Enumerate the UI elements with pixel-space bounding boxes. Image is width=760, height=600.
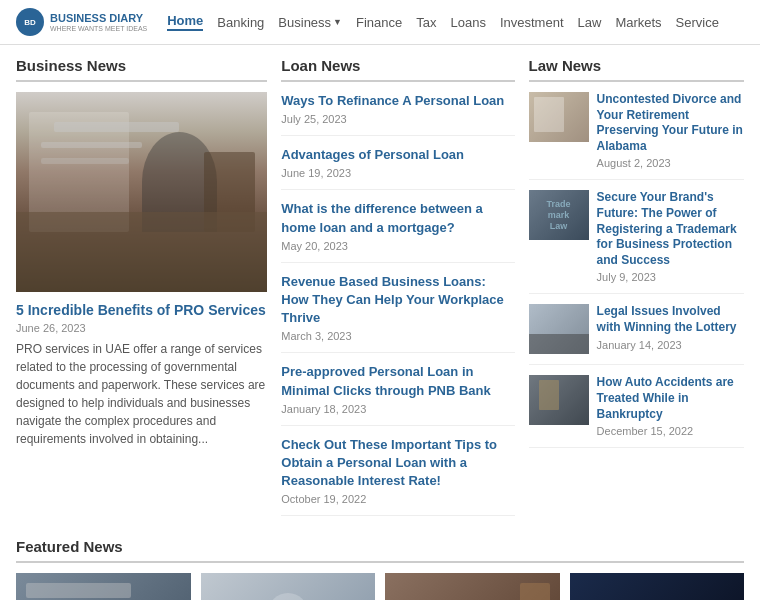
law-item-title-0[interactable]: Uncontested Divorce and Your Retirement … (597, 92, 744, 154)
logo-icon: BD (16, 8, 44, 36)
loan-item-4: Pre-approved Personal Loan in Minimal Cl… (281, 363, 514, 425)
featured-news-section: Featured News (0, 538, 760, 600)
loan-item-date: January 18, 2023 (281, 403, 514, 415)
law-item-2: Legal Issues Involved with Winning the L… (529, 304, 744, 365)
law-item-date-1: July 9, 2023 (597, 271, 744, 283)
law-item-date-0: August 2, 2023 (597, 157, 744, 169)
law-item-title-3[interactable]: How Auto Accidents are Treated While in … (597, 375, 744, 422)
main-content: Business News 5 Incredible Benefits of P… (0, 45, 760, 538)
nav-investment[interactable]: Investment (500, 15, 564, 30)
business-article-excerpt: PRO services in UAE offer a range of ser… (16, 340, 267, 448)
law-item-text-2: Legal Issues Involved with Winning the L… (597, 304, 744, 354)
law-news-title: Law News (529, 57, 744, 82)
loan-item-title[interactable]: What is the difference between a home lo… (281, 200, 514, 236)
law-item-0: Uncontested Divorce and Your Retirement … (529, 92, 744, 180)
business-article-title[interactable]: 5 Incredible Benefits of PRO Services (16, 302, 267, 318)
law-item-title-2[interactable]: Legal Issues Involved with Winning the L… (597, 304, 744, 335)
featured-news-title: Featured News (16, 538, 744, 563)
nav-finance[interactable]: Finance (356, 15, 402, 30)
law-thumb-0 (529, 92, 589, 142)
loan-item-3: Revenue Based Business Loans: How They C… (281, 273, 514, 354)
featured-card-3[interactable] (570, 573, 745, 600)
loan-item-0: Ways To Refinance A Personal Loan July 2… (281, 92, 514, 136)
logo-tagline: WHERE WANTS MEET IDEAS (50, 25, 147, 32)
loan-item-5: Check Out These Important Tips to Obtain… (281, 436, 514, 517)
law-thumb-3 (529, 375, 589, 425)
law-item-text-1: Secure Your Brand's Future: The Power of… (597, 190, 744, 283)
business-news-section: Business News 5 Incredible Benefits of P… (16, 57, 267, 526)
loan-news-title: Loan News (281, 57, 514, 82)
loan-item-title[interactable]: Check Out These Important Tips to Obtain… (281, 436, 514, 491)
featured-news-grid (16, 573, 744, 600)
loan-news-section: Loan News Ways To Refinance A Personal L… (281, 57, 514, 526)
business-news-title: Business News (16, 57, 267, 82)
loan-item-date: March 3, 2023 (281, 330, 514, 342)
dropdown-arrow-icon: ▼ (333, 17, 342, 27)
law-item-text-3: How Auto Accidents are Treated While in … (597, 375, 744, 437)
law-news-section: Law News Uncontested Divorce and Your Re… (529, 57, 744, 526)
nav-service[interactable]: Service (676, 15, 719, 30)
loan-item-title[interactable]: Revenue Based Business Loans: How They C… (281, 273, 514, 328)
logo-name: BUSINESS DIARY (50, 12, 147, 25)
nav-banking[interactable]: Banking (217, 15, 264, 30)
loan-item-1: Advantages of Personal Loan June 19, 202… (281, 146, 514, 190)
loan-item-date: June 19, 2023 (281, 167, 514, 179)
loan-item-2: What is the difference between a home lo… (281, 200, 514, 262)
loan-item-title[interactable]: Ways To Refinance A Personal Loan (281, 92, 514, 110)
featured-card-0[interactable] (16, 573, 191, 600)
nav-markets[interactable]: Markets (615, 15, 661, 30)
loan-item-date: July 25, 2023 (281, 113, 514, 125)
loan-item-date: October 19, 2022 (281, 493, 514, 505)
logo[interactable]: BD BUSINESS DIARY WHERE WANTS MEET IDEAS (16, 8, 147, 36)
featured-card-2[interactable] (385, 573, 560, 600)
header: BD BUSINESS DIARY WHERE WANTS MEET IDEAS… (0, 0, 760, 45)
logo-text-block: BUSINESS DIARY WHERE WANTS MEET IDEAS (50, 12, 147, 32)
featured-card-1[interactable] (201, 573, 376, 600)
law-item-title-1[interactable]: Secure Your Brand's Future: The Power of… (597, 190, 744, 268)
loan-item-title[interactable]: Advantages of Personal Loan (281, 146, 514, 164)
law-item-text-0: Uncontested Divorce and Your Retirement … (597, 92, 744, 169)
law-thumb-1: TrademarkLaw (529, 190, 589, 240)
business-article-date: June 26, 2023 (16, 322, 267, 334)
law-item-1: TrademarkLaw Secure Your Brand's Future:… (529, 190, 744, 294)
nav-tax[interactable]: Tax (416, 15, 436, 30)
law-item-date-2: January 14, 2023 (597, 339, 744, 351)
business-featured-image (16, 92, 267, 292)
nav-law[interactable]: Law (578, 15, 602, 30)
nav-home[interactable]: Home (167, 13, 203, 31)
main-nav: Home Banking Business▼ Finance Tax Loans… (167, 13, 719, 31)
loan-item-title[interactable]: Pre-approved Personal Loan in Minimal Cl… (281, 363, 514, 399)
law-item-date-3: December 15, 2022 (597, 425, 744, 437)
loan-item-date: May 20, 2023 (281, 240, 514, 252)
law-item-3: How Auto Accidents are Treated While in … (529, 375, 744, 448)
nav-business[interactable]: Business▼ (278, 15, 342, 30)
law-thumb-2 (529, 304, 589, 354)
nav-loans[interactable]: Loans (451, 15, 486, 30)
